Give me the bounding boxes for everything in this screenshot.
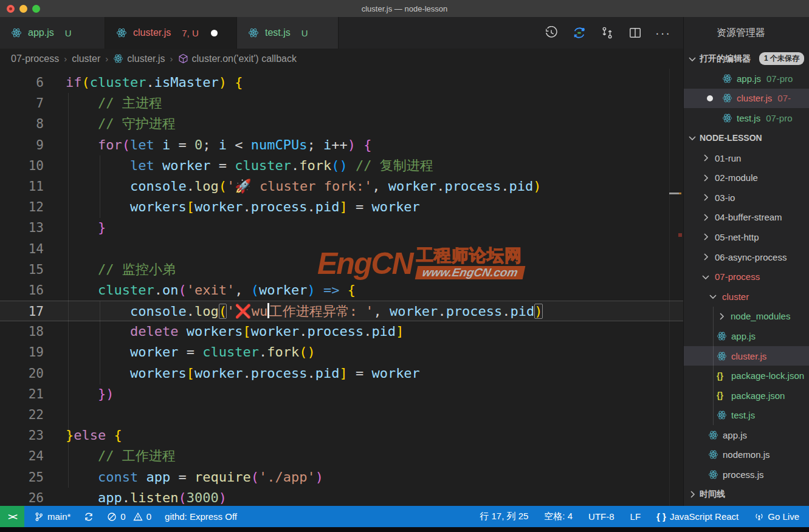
breadcrumb-item[interactable]: cluster — [72, 53, 100, 64]
tree-item-package-lock-json[interactable]: {}package-lock.json — [684, 366, 809, 386]
breadcrumb-separator: › — [170, 53, 173, 64]
breadcrumb-item[interactable]: 07-process — [11, 53, 59, 64]
code-line-21[interactable]: 21 }) — [0, 384, 683, 404]
status-item-sync[interactable] — [84, 512, 94, 522]
tree-item-node_modules[interactable]: node_modules — [684, 307, 809, 327]
tab-app-js[interactable]: app.js U — [0, 17, 105, 49]
tree-item-package-json[interactable]: {}package.json — [684, 386, 809, 406]
line-number[interactable]: 26 — [0, 488, 44, 506]
line-number[interactable]: 11 — [0, 176, 44, 197]
workspace-header[interactable]: NODE-LESSON — [684, 128, 809, 148]
dirty-indicator-icon — [707, 95, 718, 101]
code-line-13[interactable]: 13 } — [0, 217, 683, 238]
tree-item-cluster[interactable]: cluster — [684, 287, 809, 307]
code-line-9[interactable]: 9 for(let i = 0; i < numCPUs; i++) { — [0, 135, 683, 155]
code-line-8[interactable]: 8 // 守护进程 — [0, 114, 683, 134]
compare-changes-icon[interactable] — [601, 26, 614, 39]
timeline-header[interactable]: 时间线 — [684, 485, 809, 505]
line-number[interactable]: 25 — [0, 467, 44, 488]
code-text: console.log('❌wu工作进程异常: ', worker.proces… — [66, 301, 543, 321]
status-item--17-25[interactable]: 行 17, 列 25 — [480, 511, 528, 522]
open-editor-item-app-js[interactable]: app.js 07-pro — [684, 69, 809, 89]
code-line-17[interactable]: 17 console.log('❌wu工作进程异常: ', worker.pro… — [0, 301, 683, 321]
tree-item-app-js[interactable]: app.js — [684, 326, 809, 346]
tab-test-js[interactable]: test.js U — [237, 17, 339, 49]
line-number[interactable]: 16 — [0, 280, 44, 301]
code-line-11[interactable]: 11 console.log('🚀 cluster fork:', worker… — [0, 176, 683, 197]
status-item-main-[interactable]: main* — [34, 511, 71, 522]
tree-item-test-js[interactable]: test.js — [684, 406, 809, 426]
tree-item-01-run[interactable]: 01-run — [684, 148, 809, 168]
tree-item-process-js[interactable]: process.js — [684, 465, 809, 485]
code-line-15[interactable]: 15 // 监控小弟 — [0, 259, 683, 280]
status-item-0[interactable]: 00 — [107, 511, 151, 522]
line-number[interactable]: 17 — [0, 301, 44, 321]
status-item--4[interactable]: 空格: 4 — [544, 511, 573, 522]
more-actions-icon[interactable]: ··· — [656, 26, 670, 39]
code-line-20[interactable]: 20 workers[worker.process.pid] = worker — [0, 363, 683, 384]
split-editor-icon[interactable] — [628, 26, 642, 39]
line-number[interactable]: 14 — [0, 239, 44, 259]
code-line-12[interactable]: 12 workers[worker.process.pid] = worker — [0, 197, 683, 217]
tree-item-04-buffer-stream[interactable]: 04-buffer-stream — [684, 208, 809, 228]
line-number[interactable]: 15 — [0, 259, 44, 280]
open-editor-item-cluster-js[interactable]: cluster.js 07- — [684, 89, 809, 109]
status-item-utf-8[interactable]: UTF-8 — [588, 511, 614, 522]
react-file-icon — [717, 331, 727, 341]
code-line-26[interactable]: 26 app.listen(3000) — [0, 488, 683, 506]
tree-item-07-process[interactable]: 07-process — [684, 267, 809, 287]
code-line-23[interactable]: 23}else { — [0, 425, 683, 446]
chevron-right-icon — [687, 489, 697, 499]
status-item-githd-express-off[interactable]: githd: Express Off — [165, 511, 237, 522]
dirty-indicator-icon[interactable] — [211, 30, 218, 36]
line-number[interactable]: 12 — [0, 197, 44, 217]
tree-item-03-io[interactable]: 03-io — [684, 188, 809, 208]
breadcrumb-item[interactable]: cluster.on('exit') callback — [178, 53, 297, 64]
sync-colored-icon[interactable] — [573, 26, 586, 39]
breadcrumb-item[interactable]: cluster.js — [113, 53, 165, 64]
line-number[interactable]: 8 — [0, 114, 44, 134]
code-line-19[interactable]: 19 worker = cluster.fork() — [0, 342, 683, 363]
status-item-go-live[interactable]: Go Live — [754, 511, 799, 522]
line-number[interactable]: 24 — [0, 446, 44, 466]
line-number[interactable]: 7 — [0, 93, 44, 114]
code-line-18[interactable]: 18 delete workers[worker.process.pid] — [0, 321, 683, 342]
open-editor-item-test-js[interactable]: test.js 07-pro — [684, 108, 809, 128]
tree-item-nodemon-js[interactable]: nodemon.js — [684, 445, 809, 465]
tree-item-06-async-process[interactable]: 06-async-process — [684, 247, 809, 267]
line-number[interactable]: 13 — [0, 217, 44, 238]
line-number[interactable]: 21 — [0, 384, 44, 404]
line-number[interactable]: 23 — [0, 425, 44, 446]
code-line-25[interactable]: 25 const app = require('./app') — [0, 467, 683, 488]
chevron-down-icon — [687, 133, 697, 143]
overview-ruler[interactable] — [669, 69, 670, 506]
chevron-right-icon — [701, 232, 711, 242]
code-line-22[interactable]: 22 — [0, 404, 683, 425]
line-number[interactable]: 19 — [0, 342, 44, 363]
line-number[interactable]: 20 — [0, 363, 44, 384]
code-text: const app = require('./app') — [66, 467, 323, 488]
line-number[interactable]: 18 — [0, 321, 44, 342]
line-number[interactable]: 22 — [0, 404, 44, 425]
open-editors-header[interactable]: 打开的编辑器 1 个未保存 — [684, 49, 809, 69]
remote-icon: >< — [8, 511, 16, 522]
remote-indicator[interactable]: >< — [0, 506, 24, 527]
status-item-lf[interactable]: LF — [630, 511, 641, 522]
code-editor[interactable]: 6if(cluster.isMaster) {7 // 主进程8 // 守护进程… — [0, 69, 683, 506]
code-line-14[interactable]: 14 — [0, 239, 683, 259]
tree-item-cluster-js[interactable]: cluster.js — [684, 346, 809, 366]
line-number[interactable]: 9 — [0, 135, 44, 155]
tree-item-app-js[interactable]: app.js — [684, 425, 809, 445]
line-number[interactable]: 10 — [0, 155, 44, 176]
code-line-16[interactable]: 16 cluster.on('exit', (worker) => { — [0, 280, 683, 301]
code-line-24[interactable]: 24 // 工作进程 — [0, 446, 683, 466]
tree-item-02-module[interactable]: 02-module — [684, 168, 809, 188]
tree-item-05-net-http[interactable]: 05-net-http — [684, 227, 809, 247]
status-item-javascript-react[interactable]: { }JavaScript React — [656, 511, 738, 522]
code-line-6[interactable]: 6if(cluster.isMaster) { — [0, 72, 683, 93]
code-line-7[interactable]: 7 // 主进程 — [0, 93, 683, 114]
line-number[interactable]: 6 — [0, 72, 44, 93]
tab-cluster-js[interactable]: cluster.js 7, U — [105, 17, 237, 49]
timeline-icon[interactable] — [545, 26, 558, 39]
code-line-10[interactable]: 10 let worker = cluster.fork() // 复制进程 — [0, 155, 683, 176]
